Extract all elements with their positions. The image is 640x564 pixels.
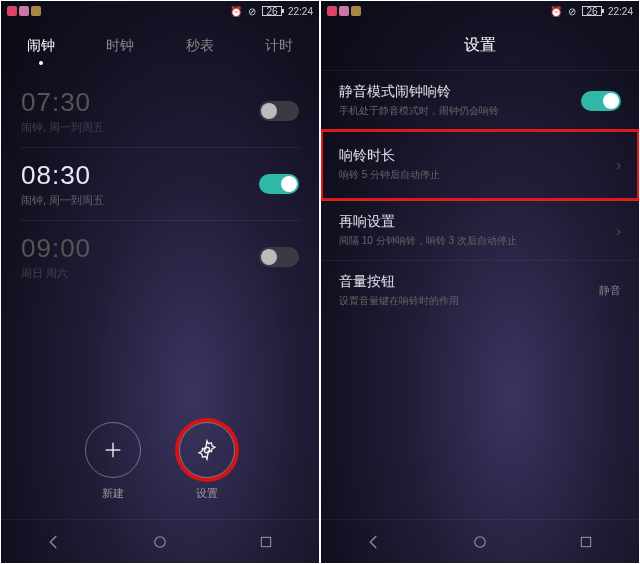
alarm-toggle[interactable] — [259, 247, 299, 267]
status-app-icon — [7, 6, 17, 16]
page-title: 设置 — [321, 21, 639, 70]
alarm-time: 08:30 — [21, 160, 104, 191]
row-value: 静音 — [599, 283, 621, 298]
settings-label: 设置 — [196, 486, 218, 501]
alarm-sub: 周日 周六 — [21, 266, 91, 281]
new-label: 新建 — [102, 486, 124, 501]
row-title: 音量按钮 — [339, 273, 459, 291]
clock-text: 22:24 — [608, 6, 633, 17]
alarm-time: 09:00 — [21, 233, 91, 264]
row-volume-button[interactable]: 音量按钮 设置音量键在响铃时的作用 静音 — [321, 260, 639, 320]
tab-clock[interactable]: 时钟 — [104, 33, 136, 59]
nav-back[interactable] — [43, 531, 65, 553]
svg-rect-6 — [581, 537, 590, 546]
tab-alarm[interactable]: 闹钟 — [25, 33, 57, 59]
clock-text: 22:24 — [288, 6, 313, 17]
svg-point-5 — [475, 536, 486, 547]
chevron-right-icon: › — [616, 157, 621, 173]
status-bar: ⏰ ⊘ 26 22:24 — [321, 1, 639, 21]
row-desc: 设置音量键在响铃时的作用 — [339, 294, 459, 308]
battery-indicator: 26 — [262, 6, 282, 16]
alarm-icon: ⏰ — [230, 6, 242, 17]
row-title: 再响设置 — [339, 213, 517, 231]
status-bar: ⏰ ⊘ 26 22:24 — [1, 1, 319, 21]
clock-app-screen: ⏰ ⊘ 26 22:24 闹钟 时钟 秒表 计时 07:30 闹钟, 周一到周五… — [1, 1, 319, 563]
gear-icon — [179, 422, 235, 478]
alarm-sub: 闹钟, 周一到周五 — [21, 120, 104, 135]
plus-icon — [85, 422, 141, 478]
nav-recent[interactable] — [575, 531, 597, 553]
nav-bar — [321, 519, 639, 563]
row-silent-mode-ring[interactable]: 静音模式闹钟响铃 手机处于静音模式时，闹钟仍会响铃 — [321, 70, 639, 130]
settings-list: 静音模式闹钟响铃 手机处于静音模式时，闹钟仍会响铃 响铃时长 响铃 5 分钟后自… — [321, 70, 639, 320]
row-snooze[interactable]: 再响设置 间隔 10 分钟响铃，响铃 3 次后自动停止 › — [321, 200, 639, 260]
row-ring-duration[interactable]: 响铃时长 响铃 5 分钟后自动停止 › — [321, 130, 639, 200]
alarm-icon: ⏰ — [550, 6, 562, 17]
nav-back[interactable] — [363, 531, 385, 553]
nav-home[interactable] — [149, 531, 171, 553]
new-alarm-action[interactable]: 新建 — [85, 422, 141, 501]
clock-tabs: 闹钟 时钟 秒表 计时 — [1, 21, 319, 63]
row-desc: 间隔 10 分钟响铃，响铃 3 次后自动停止 — [339, 234, 517, 248]
alarm-sub: 闹钟, 周一到周五 — [21, 193, 104, 208]
alarm-time: 07:30 — [21, 87, 104, 118]
nav-home[interactable] — [469, 531, 491, 553]
status-app-icon — [19, 6, 29, 16]
tab-stopwatch[interactable]: 秒表 — [184, 33, 216, 59]
chevron-right-icon: › — [616, 223, 621, 239]
alarm-row[interactable]: 09:00 周日 周六 — [19, 221, 301, 293]
dnd-icon: ⊘ — [248, 6, 256, 17]
row-title: 响铃时长 — [339, 147, 440, 165]
svg-rect-4 — [261, 537, 270, 546]
status-app-icon — [351, 6, 361, 16]
tab-timer[interactable]: 计时 — [263, 33, 295, 59]
alarm-row[interactable]: 08:30 闹钟, 周一到周五 — [19, 148, 301, 221]
nav-bar — [1, 519, 319, 563]
dnd-icon: ⊘ — [568, 6, 576, 17]
status-app-icon — [339, 6, 349, 16]
battery-indicator: 26 — [582, 6, 602, 16]
row-desc: 手机处于静音模式时，闹钟仍会响铃 — [339, 104, 499, 118]
status-app-icon — [327, 6, 337, 16]
alarm-toggle[interactable] — [259, 101, 299, 121]
svg-point-3 — [155, 536, 166, 547]
svg-point-2 — [204, 447, 210, 453]
settings-screen: ⏰ ⊘ 26 22:24 设置 静音模式闹钟响铃 手机处于静音模式时，闹钟仍会响… — [321, 1, 639, 563]
nav-recent[interactable] — [255, 531, 277, 553]
alarm-toggle[interactable] — [259, 174, 299, 194]
row-desc: 响铃 5 分钟后自动停止 — [339, 168, 440, 182]
status-app-icon — [31, 6, 41, 16]
row-toggle[interactable] — [581, 91, 621, 111]
alarm-list: 07:30 闹钟, 周一到周五 08:30 闹钟, 周一到周五 09:00 周日… — [1, 63, 319, 293]
row-title: 静音模式闹钟响铃 — [339, 83, 499, 101]
settings-action[interactable]: 设置 — [179, 422, 235, 501]
bottom-actions: 新建 设置 — [1, 422, 319, 501]
alarm-row[interactable]: 07:30 闹钟, 周一到周五 — [19, 75, 301, 148]
